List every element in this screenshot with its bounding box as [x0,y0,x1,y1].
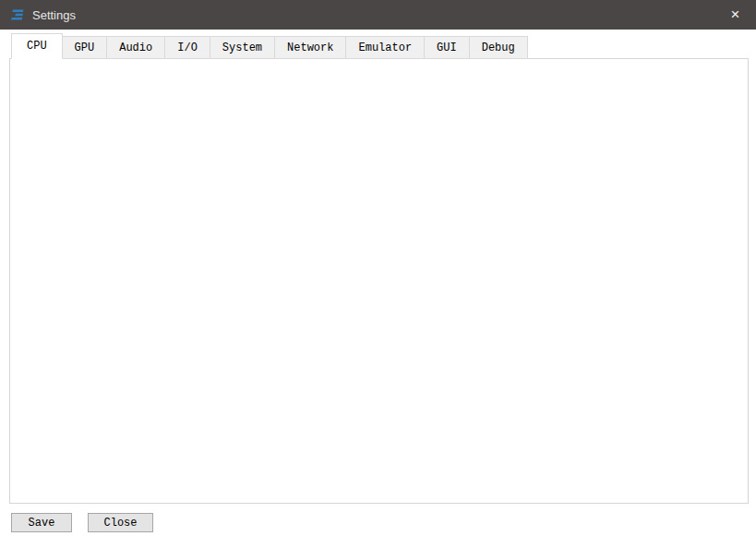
tab-system[interactable]: System [210,36,275,59]
tab-io[interactable]: I/O [165,36,210,59]
tab-gpu[interactable]: GPU [63,36,108,59]
tab-debug[interactable]: Debug [470,36,528,59]
tab-emulator[interactable]: Emulator [346,36,425,59]
cpu-tab-page [9,58,749,504]
close-window-button[interactable]: × [714,0,756,30]
tab-network[interactable]: Network [275,36,346,59]
close-button-label: Close [103,517,137,530]
settings-tab-bar: CPU GPU Audio I/O System Network Emulato… [11,36,528,59]
close-icon: × [731,6,740,24]
close-button[interactable]: Close [88,513,153,532]
save-button[interactable]: Save [11,513,72,532]
tab-audio[interactable]: Audio [107,36,165,59]
rpcs3-logo-icon [10,7,25,22]
settings-window: Settings × CPU GPU Audio I/O System Netw… [0,0,756,536]
tab-gui[interactable]: GUI [425,36,470,59]
title-bar: Settings × [0,0,756,30]
save-button-label: Save [29,517,55,530]
tab-cpu[interactable]: CPU [11,33,63,59]
window-title: Settings [32,8,76,22]
